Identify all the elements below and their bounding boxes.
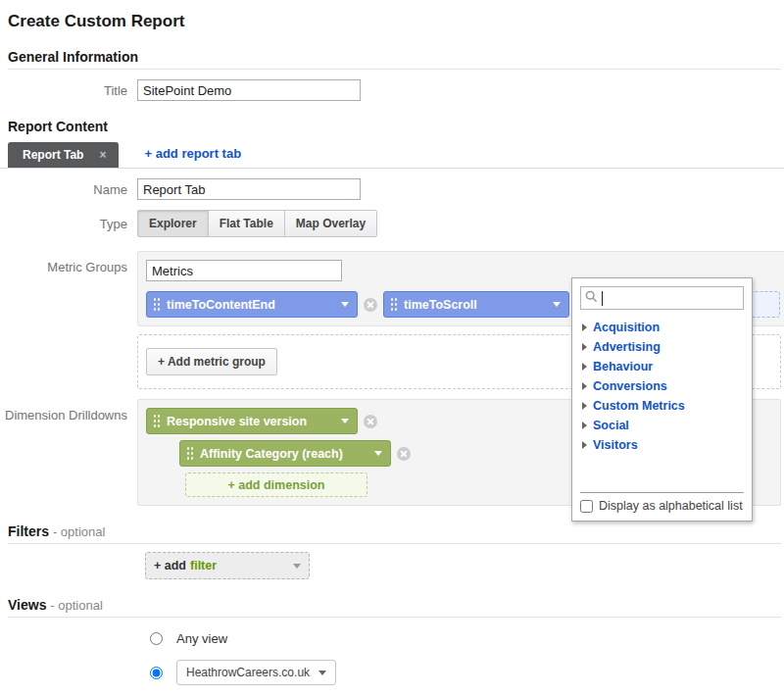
filters-heading-text: Filters xyxy=(8,523,49,539)
remove-dimension-icon[interactable] xyxy=(364,415,377,428)
add-dimension-button[interactable]: + add dimension xyxy=(185,472,368,497)
chevron-down-icon[interactable] xyxy=(374,451,382,456)
metric-chip[interactable]: timeToContentEnd xyxy=(146,291,358,318)
type-option-map-overlay[interactable]: Map Overlay xyxy=(284,210,377,237)
triangle-right-icon xyxy=(582,323,587,331)
metric-search-input[interactable] xyxy=(580,286,744,310)
metric-category-list: Acquisition Advertising Behaviour Conver… xyxy=(572,314,752,455)
add-filter-prefix: + add xyxy=(154,559,186,572)
add-filter-keyword: filter xyxy=(190,559,217,572)
name-input[interactable] xyxy=(137,178,361,200)
report-tab[interactable]: Report Tab × xyxy=(8,142,119,168)
metric-chip[interactable]: timeToScroll xyxy=(383,291,569,318)
page-title: Create Custom Report xyxy=(8,12,784,31)
category-custom-metrics[interactable]: Custom Metrics xyxy=(582,396,752,416)
drag-handle-icon[interactable] xyxy=(153,297,160,312)
drag-handle-icon[interactable] xyxy=(390,297,397,312)
category-social[interactable]: Social xyxy=(582,416,752,435)
chevron-down-icon[interactable] xyxy=(553,302,561,307)
alphabetical-list-label: Display as alphabetical list xyxy=(599,499,743,513)
chevron-down-icon[interactable] xyxy=(341,419,349,423)
category-behaviour[interactable]: Behaviour xyxy=(582,357,752,376)
metric-group-name-input[interactable] xyxy=(146,260,342,281)
remove-metric-icon[interactable] xyxy=(364,298,377,312)
title-label: Title xyxy=(0,83,137,98)
category-conversions[interactable]: Conversions xyxy=(582,376,752,396)
metric-groups-label: Metric Groups xyxy=(0,251,137,274)
general-information-heading: General Information xyxy=(8,49,781,70)
chevron-down-icon xyxy=(318,671,326,675)
any-view-radio[interactable] xyxy=(150,632,163,645)
dimension-drilldowns-label: Dimension Drilldowns xyxy=(0,399,137,423)
search-icon xyxy=(585,290,598,306)
triangle-right-icon xyxy=(582,402,587,410)
category-acquisition[interactable]: Acquisition xyxy=(582,318,752,337)
chevron-down-icon[interactable] xyxy=(341,302,349,307)
category-advertising[interactable]: Advertising xyxy=(582,337,752,357)
dimension-chip-label: Responsive site version xyxy=(167,415,329,428)
name-label: Name xyxy=(0,182,137,197)
views-heading: Views - optional xyxy=(8,597,781,618)
text-caret xyxy=(602,291,603,306)
selected-view-label: HeathrowCareers.co.uk xyxy=(186,666,310,679)
views-optional-text: - optional xyxy=(50,598,102,613)
type-option-explorer[interactable]: Explorer xyxy=(137,210,209,237)
dimension-chip[interactable]: Affinity Category (reach) xyxy=(179,440,391,467)
remove-dimension-icon[interactable] xyxy=(397,447,411,461)
report-content-heading: Report Content xyxy=(8,119,781,134)
filters-heading: Filters - optional xyxy=(8,523,781,544)
drag-handle-icon[interactable] xyxy=(153,414,160,428)
drag-handle-icon[interactable] xyxy=(186,446,193,461)
report-tab-label: Report Tab xyxy=(23,148,83,162)
metric-chip-label: timeToScroll xyxy=(404,298,541,312)
any-view-label: Any view xyxy=(176,631,227,646)
tab-close-icon[interactable]: × xyxy=(99,148,106,162)
dimension-chip[interactable]: Responsive site version xyxy=(146,408,358,434)
triangle-right-icon xyxy=(582,363,587,371)
chevron-down-icon xyxy=(293,564,301,569)
view-select-dropdown[interactable]: HeathrowCareers.co.uk xyxy=(176,660,336,685)
specific-view-radio[interactable] xyxy=(150,667,163,679)
views-heading-text: Views xyxy=(8,597,46,613)
category-visitors[interactable]: Visitors xyxy=(582,435,752,455)
type-segmented-control: Explorer Flat Table Map Overlay xyxy=(137,210,377,237)
report-tab-bar: Report Tab × + add report tab xyxy=(0,142,784,169)
alphabetical-list-checkbox[interactable] xyxy=(580,500,593,513)
type-label: Type xyxy=(0,217,137,231)
metric-chip-label: timeToContentEnd xyxy=(167,298,329,312)
triangle-right-icon xyxy=(582,343,587,351)
picker-footer: Display as alphabetical list xyxy=(572,492,752,521)
filters-optional-text: - optional xyxy=(53,524,105,539)
add-filter-button[interactable]: + add filter xyxy=(145,552,310,579)
type-option-flat-table[interactable]: Flat Table xyxy=(208,210,285,237)
add-report-tab-link[interactable]: + add report tab xyxy=(144,146,241,161)
triangle-right-icon xyxy=(582,422,587,429)
triangle-right-icon xyxy=(582,382,587,390)
metric-picker-panel: Acquisition Advertising Behaviour Conver… xyxy=(571,277,753,522)
triangle-right-icon xyxy=(582,441,587,449)
add-metric-group-button[interactable]: + Add metric group xyxy=(146,348,277,375)
title-input[interactable] xyxy=(137,79,361,101)
dimension-chip-label: Affinity Category (reach) xyxy=(200,447,363,461)
